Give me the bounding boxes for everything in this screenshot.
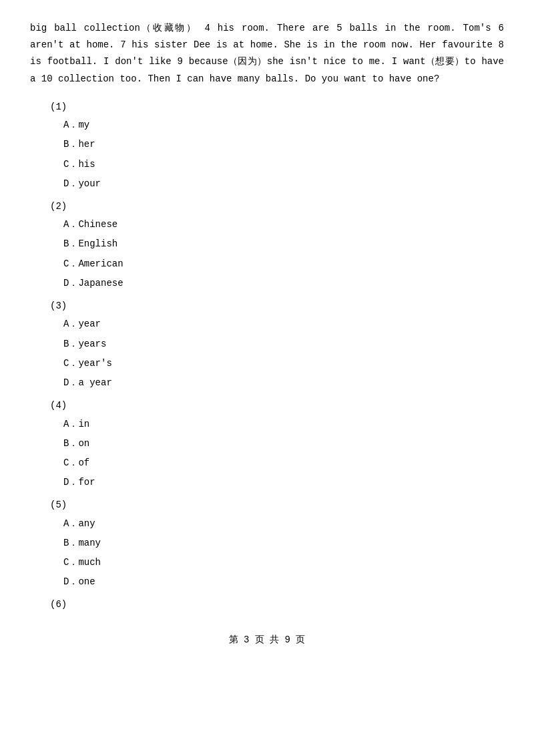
q1-option-a[interactable]: A．my <box>63 117 504 134</box>
q3-option-b[interactable]: B．years <box>63 336 504 353</box>
q5-option-d[interactable]: D．one <box>63 574 504 590</box>
question-3-number: (3) <box>50 299 504 313</box>
q4-option-d[interactable]: D．for <box>63 474 504 491</box>
passage-text: big ball collection（收藏物） 4 his room. The… <box>30 20 504 87</box>
question-2-number: (2) <box>50 199 504 214</box>
q5-option-a[interactable]: A．any <box>63 516 504 532</box>
q4-option-c[interactable]: C．of <box>63 455 504 471</box>
q4-option-b[interactable]: B．on <box>63 435 504 452</box>
q2-option-b[interactable]: B．English <box>63 236 504 252</box>
q5-option-c[interactable]: C．much <box>63 554 504 571</box>
q1-option-c[interactable]: C．his <box>63 156 504 173</box>
q3-option-c[interactable]: C．year's <box>63 355 504 372</box>
q3-option-a[interactable]: A．year <box>63 316 504 333</box>
question-5-number: (5) <box>50 498 504 512</box>
questions-container: (1) A．my B．her C．his D．your (2) A．Chines… <box>30 100 504 612</box>
q3-option-d[interactable]: D．a year <box>63 375 504 391</box>
question-6-number: (6) <box>50 597 504 612</box>
q5-option-b[interactable]: B．many <box>63 535 504 552</box>
question-1-number: (1) <box>50 100 504 114</box>
q2-option-d[interactable]: D．Japanese <box>63 275 504 292</box>
q2-option-a[interactable]: A．Chinese <box>63 216 504 233</box>
q1-option-d[interactable]: D．your <box>63 176 504 192</box>
q4-option-a[interactable]: A．in <box>63 416 504 433</box>
q2-option-c[interactable]: C．American <box>63 256 504 272</box>
q1-option-b[interactable]: B．her <box>63 136 504 153</box>
question-4-number: (4) <box>50 398 504 413</box>
page-footer: 第 3 页 共 9 页 <box>30 632 504 647</box>
